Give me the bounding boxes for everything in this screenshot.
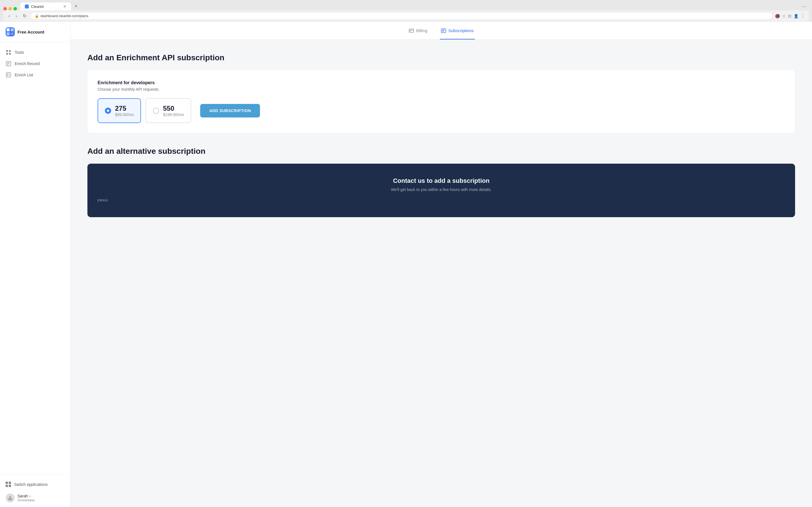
back-button[interactable]: ‹ [7, 12, 11, 20]
active-tab[interactable]: Clearbit ✕ [20, 3, 71, 10]
sidebar-nav: Tools Enrich Record [0, 42, 70, 474]
header: Billing Subscriptions [70, 22, 812, 40]
tab-subscriptions[interactable]: Subscriptions [440, 22, 475, 40]
plan-details-275: 275 $99.00/mo [115, 105, 134, 117]
window-controls[interactable]: ⋯ [800, 3, 809, 10]
lock-icon: 🔒 [35, 14, 39, 18]
alt-card-title: Contact us to add a subscription [98, 177, 785, 184]
svg-rect-16 [8, 75, 10, 76]
enrichment-subtitle: Enrichment for developers [98, 80, 785, 86]
url-text: dashboard.clearbit.com/plans [41, 14, 89, 18]
enrich-list-icon [6, 72, 11, 78]
alternative-section: Contact us to add a subscription We'll g… [87, 164, 795, 217]
enrichment-section: Enrichment for developers Choose your mo… [87, 70, 795, 133]
tab-title: Clearbit [31, 4, 44, 9]
main-content: Billing Subscriptions Add an Enrichment … [70, 22, 812, 507]
svg-rect-3 [11, 33, 14, 36]
profile-icon[interactable]: 👤 [794, 14, 799, 18]
menu-icon[interactable]: ⋮ [801, 13, 805, 18]
page-content: Add an Enrichment API subscription Enric… [70, 40, 812, 507]
tools-icon [6, 50, 11, 55]
tools-label: Tools [15, 50, 24, 55]
switch-applications-button[interactable]: Switch applications [6, 479, 64, 490]
sidebar: Free Account Tools [0, 22, 70, 507]
enrich-record-label: Enrich Record [15, 61, 40, 66]
enrichment-description: Choose your monthly API requests. [98, 87, 785, 92]
svg-rect-14 [8, 74, 10, 74]
plan-details-550: 550 $199.00/mo [163, 105, 184, 117]
svg-rect-11 [7, 64, 8, 65]
plan-price-275: $99.00/mo [115, 112, 134, 117]
sidebar-header: Free Account [0, 22, 70, 42]
plan-requests-275: 275 [115, 105, 134, 112]
maximize-traffic-light[interactable] [13, 7, 17, 10]
svg-rect-19 [410, 31, 411, 32]
browser-chrome: Clearbit ✕ + ⋯ ‹ › ↻ 🔒 dashboard.clearbi… [0, 0, 812, 22]
svg-rect-15 [7, 75, 8, 76]
switch-apps-icon [6, 482, 11, 487]
plan-radio-275 [105, 108, 111, 114]
address-bar[interactable]: 🔒 dashboard.clearbit.com/plans [31, 12, 773, 20]
bookmark-icon[interactable]: ☆ [782, 14, 786, 18]
svg-rect-0 [6, 28, 10, 31]
split-screen-icon[interactable]: ⊡ [788, 14, 792, 18]
close-traffic-light[interactable] [3, 7, 7, 10]
svg-rect-10 [7, 64, 9, 64]
enrichment-section-title: Add an Enrichment API subscription [87, 53, 795, 62]
svg-rect-9 [7, 62, 10, 63]
user-chevron: ∨ [29, 495, 31, 498]
user-name: Sarah ∨ [17, 494, 35, 498]
billing-icon [409, 28, 414, 33]
user-avatar [6, 494, 15, 503]
sidebar-item-tools[interactable]: Tools [0, 47, 70, 58]
new-tab-button[interactable]: + [72, 2, 80, 10]
plan-price-550: $199.00/mo [163, 112, 184, 117]
tab-billing[interactable]: Billing [408, 22, 428, 40]
plan-card-550[interactable]: 550 $199.00/mo [146, 98, 191, 123]
alternative-section-title: Add an alternative subscription [87, 147, 795, 156]
browser-actions: 📵 ☆ ⊡ 👤 ⋮ [775, 13, 805, 18]
sidebar-footer: Switch applications Sarah ∨ Screenlane [0, 474, 70, 507]
logo-icon [6, 27, 15, 36]
tab-close-button[interactable]: ✕ [63, 4, 66, 9]
browser-toolbar: ‹ › ↻ 🔒 dashboard.clearbit.com/plans 📵 ☆… [3, 10, 809, 22]
enrich-list-label: Enrich List [15, 73, 33, 77]
tab-favicon [25, 4, 29, 8]
user-info: Sarah ∨ Screenlane [17, 494, 35, 502]
browser-tabs: Clearbit ✕ + ⋯ [3, 2, 809, 10]
app-layout: Free Account Tools [0, 22, 812, 507]
svg-rect-5 [9, 50, 11, 52]
cast-icon[interactable]: 📵 [775, 14, 780, 18]
subscriptions-icon [441, 28, 446, 33]
svg-rect-6 [6, 53, 8, 55]
svg-rect-12 [6, 73, 11, 77]
plan-cards: 275 $99.00/mo 550 $199.00/mo [98, 98, 785, 123]
app-logo [6, 27, 15, 36]
account-name: Free Account [17, 30, 44, 34]
plan-card-275[interactable]: 275 $99.00/mo [98, 98, 141, 123]
subscriptions-tab-label: Subscriptions [448, 28, 474, 33]
svg-rect-2 [6, 33, 10, 36]
reload-button[interactable]: ↻ [21, 12, 28, 20]
add-subscription-button[interactable]: ADD SUBSCRIPTION [200, 104, 260, 117]
traffic-lights [3, 7, 17, 10]
forward-button[interactable]: › [14, 12, 18, 20]
user-org: Screenlane [17, 498, 35, 502]
enrich-record-icon [6, 61, 11, 66]
svg-rect-4 [6, 50, 8, 52]
svg-rect-13 [7, 74, 8, 75]
user-menu[interactable]: Sarah ∨ Screenlane [6, 494, 64, 503]
plan-requests-550: 550 [163, 105, 184, 112]
switch-apps-label: Switch applications [14, 482, 48, 487]
plan-radio-550 [153, 108, 159, 114]
svg-rect-7 [9, 53, 11, 55]
svg-rect-18 [409, 29, 414, 33]
minimize-traffic-light[interactable] [8, 7, 12, 10]
email-label: EMAIL [98, 199, 785, 202]
sidebar-item-enrich-list[interactable]: Enrich List [0, 69, 70, 80]
billing-tab-label: Billing [416, 28, 427, 33]
svg-rect-1 [11, 28, 14, 31]
alt-card-description: We'll get back to you within a few hours… [98, 187, 785, 192]
sidebar-item-enrich-record[interactable]: Enrich Record [0, 58, 70, 69]
